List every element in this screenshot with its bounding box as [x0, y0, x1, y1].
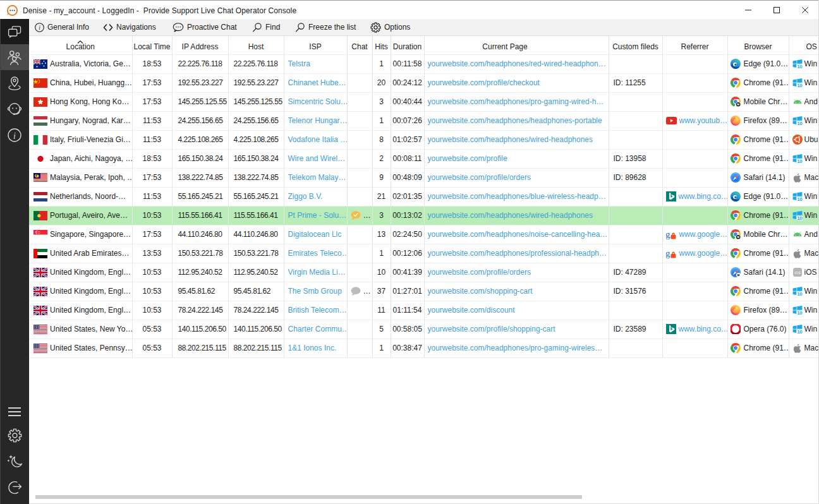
svg-text:i: i: [39, 25, 40, 31]
svg-text:i: i: [13, 131, 16, 140]
svg-text:10: 10: [797, 121, 803, 126]
svg-text:10: 10: [797, 159, 803, 164]
svg-text:g: g: [666, 229, 670, 239]
svg-text:10: 10: [797, 310, 803, 315]
svg-text:g: g: [666, 248, 670, 258]
svg-text:10: 10: [797, 215, 803, 220]
svg-text:iOS: iOS: [794, 271, 801, 275]
svg-text:10: 10: [797, 329, 803, 334]
svg-text:10: 10: [797, 291, 803, 296]
svg-text:10: 10: [797, 64, 803, 69]
svg-text:10: 10: [797, 83, 803, 88]
svg-text:10: 10: [797, 196, 803, 201]
